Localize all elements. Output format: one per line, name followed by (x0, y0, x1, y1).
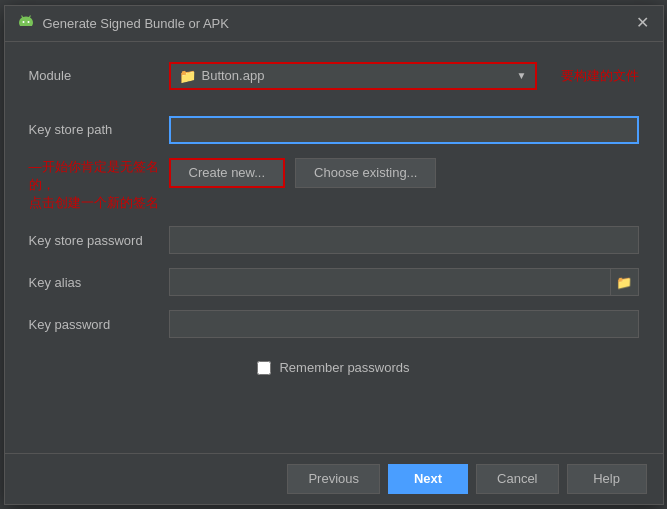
create-choose-btn-group: Create new... Choose existing... (169, 158, 437, 188)
module-row: Module 📁 Button.app ▼ 要构建的文件 (29, 62, 639, 90)
android-icon (17, 14, 35, 32)
module-select[interactable]: 📁 Button.app ▼ (169, 62, 537, 90)
module-value-text: Button.app (202, 68, 265, 83)
annotation-left-line2: 点击创建一个新的签名 (29, 194, 169, 212)
dialog-title: Generate Signed Bundle or APK (43, 16, 229, 31)
help-button[interactable]: Help (567, 464, 647, 494)
keypass-row: Key password (29, 310, 639, 338)
keyalias-browse-button[interactable]: 📁 (611, 268, 639, 296)
keyalias-row: Key alias 📁 (29, 268, 639, 296)
keypass-control (169, 310, 639, 338)
module-select-inner: 📁 Button.app (179, 68, 517, 84)
keystore-path-label: Key store path (29, 122, 169, 137)
create-new-button[interactable]: Create new... (169, 158, 286, 188)
keyalias-input[interactable] (169, 268, 611, 296)
remember-label[interactable]: Remember passwords (279, 360, 409, 375)
annotation-left: —开始你肯定是无签名的， 点击创建一个新的签名 (29, 158, 169, 213)
annotation-right: 要构建的文件 (561, 67, 639, 85)
keypass-label: Key password (29, 317, 169, 332)
keystorepass-label: Key store password (29, 233, 169, 248)
annotation-left-line1: —开始你肯定是无签名的， (29, 158, 169, 194)
keystorepass-control (169, 226, 639, 254)
create-choose-row: —开始你肯定是无签名的， 点击创建一个新的签名 Create new... Ch… (29, 158, 639, 213)
keystorepass-row: Key store password (29, 226, 639, 254)
keyalias-label: Key alias (29, 275, 169, 290)
keyalias-folder-icon: 📁 (616, 275, 632, 290)
title-bar: Generate Signed Bundle or APK ✕ (5, 6, 663, 42)
title-bar-left: Generate Signed Bundle or APK (17, 14, 229, 32)
svg-point-1 (27, 21, 29, 23)
svg-point-0 (22, 21, 24, 23)
module-folder-icon: 📁 (179, 68, 196, 84)
keypass-input[interactable] (169, 310, 639, 338)
separator (29, 104, 639, 116)
module-label: Module (29, 68, 169, 83)
choose-existing-button[interactable]: Choose existing... (295, 158, 436, 188)
keystore-path-control (169, 116, 639, 144)
dialog-content: Module 📁 Button.app ▼ 要构建的文件 Key store p… (5, 42, 663, 453)
previous-button[interactable]: Previous (287, 464, 380, 494)
module-control-area: 📁 Button.app ▼ 要构建的文件 (169, 62, 639, 90)
remember-row: Remember passwords (29, 360, 639, 375)
dialog-footer: Previous Next Cancel Help (5, 453, 663, 504)
keyalias-input-group: 📁 (169, 268, 639, 296)
next-button[interactable]: Next (388, 464, 468, 494)
keystorepass-input[interactable] (169, 226, 639, 254)
generate-signed-dialog: Generate Signed Bundle or APK ✕ Module 📁… (4, 5, 664, 505)
keystore-path-row: Key store path (29, 116, 639, 144)
cancel-button[interactable]: Cancel (476, 464, 558, 494)
remember-checkbox[interactable] (257, 361, 271, 375)
module-dropdown-arrow-icon: ▼ (517, 70, 527, 81)
close-button[interactable]: ✕ (634, 15, 651, 31)
keyalias-control: 📁 (169, 268, 639, 296)
keystore-path-input[interactable] (169, 116, 639, 144)
